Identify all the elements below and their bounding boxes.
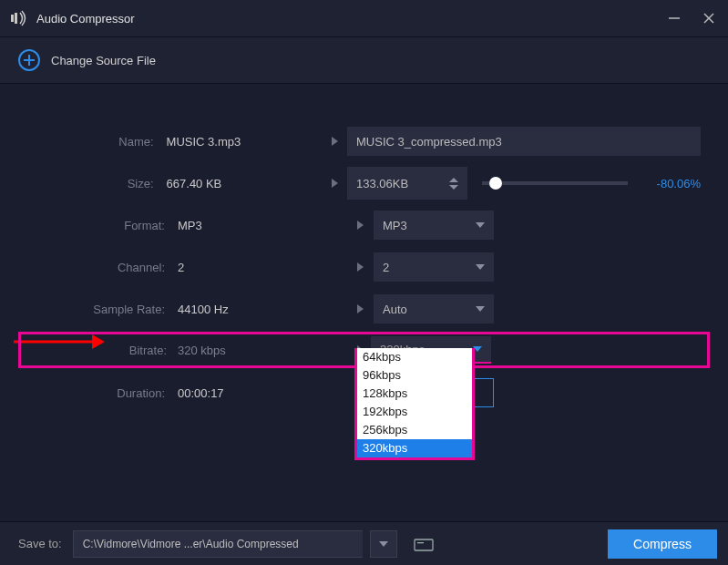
source-bar[interactable]: Change Source File bbox=[0, 36, 728, 84]
bitrate-option[interactable]: 128kbps bbox=[357, 385, 472, 403]
samplerate-dropdown[interactable]: Auto bbox=[374, 294, 494, 324]
chevron-right-icon bbox=[332, 179, 338, 188]
format-dropdown[interactable]: MP3 bbox=[374, 211, 494, 240]
samplerate-source: 44100 Hz bbox=[178, 303, 346, 316]
channel-dropdown[interactable]: 2 bbox=[374, 252, 494, 282]
chevron-down-icon bbox=[476, 306, 485, 312]
slider-thumb[interactable] bbox=[489, 177, 502, 190]
bitrate-source: 320 kbps bbox=[178, 344, 346, 357]
chevron-right-icon bbox=[357, 221, 364, 230]
duration-label: Duration: bbox=[18, 386, 178, 400]
samplerate-label: Sample Rate: bbox=[18, 303, 178, 316]
format-source: MP3 bbox=[178, 219, 346, 232]
chevron-right-icon bbox=[357, 262, 364, 272]
format-selected: MP3 bbox=[383, 219, 407, 232]
stepper-down-icon[interactable] bbox=[449, 185, 458, 190]
size-percent: -80.06% bbox=[644, 177, 701, 190]
compress-button[interactable]: Compress bbox=[608, 529, 717, 559]
name-label: Name: bbox=[18, 135, 167, 149]
format-label: Format: bbox=[18, 219, 178, 232]
chevron-down-icon bbox=[379, 541, 388, 547]
row-samplerate: Sample Rate: 44100 Hz Auto bbox=[18, 288, 710, 330]
window-controls bbox=[666, 10, 717, 26]
stepper-up-icon[interactable] bbox=[449, 178, 458, 182]
duration-value: 00:00:17 bbox=[178, 386, 346, 400]
chevron-right-icon bbox=[332, 137, 338, 146]
target-size-stepper[interactable]: 133.06KB bbox=[347, 167, 467, 200]
app-icon bbox=[9, 8, 29, 28]
samplerate-selected: Auto bbox=[383, 303, 407, 316]
save-path-box[interactable]: C:\Vidmore\Vidmore ...er\Audio Compresse… bbox=[73, 530, 363, 558]
channel-label: Channel: bbox=[18, 261, 178, 274]
titlebar: Audio Compressor bbox=[0, 0, 728, 36]
size-slider[interactable] bbox=[482, 181, 628, 185]
svg-rect-1 bbox=[15, 13, 17, 24]
bitrate-label: Bitrate: bbox=[21, 344, 178, 357]
output-name-input[interactable] bbox=[347, 127, 701, 156]
chevron-down-icon bbox=[476, 264, 485, 270]
svg-rect-0 bbox=[11, 15, 14, 22]
row-size: Size: 667.40 KB 133.06KB -80.06% bbox=[18, 162, 710, 204]
open-folder-button[interactable] bbox=[412, 535, 436, 553]
saveto-label: Save to: bbox=[18, 537, 62, 550]
bitrate-dropdown-menu[interactable]: 64kbps96kbps128kbps192kbps256kbps320kbps bbox=[354, 348, 475, 460]
save-path-text: C:\Vidmore\Vidmore ...er\Audio Compresse… bbox=[83, 538, 299, 550]
bitrate-option[interactable]: 96kbps bbox=[357, 366, 472, 385]
target-size-value: 133.06KB bbox=[356, 177, 408, 190]
size-source: 667.40 KB bbox=[167, 177, 323, 190]
chevron-down-icon bbox=[476, 222, 485, 228]
add-icon bbox=[18, 49, 40, 71]
svg-rect-6 bbox=[417, 542, 424, 543]
close-button[interactable] bbox=[701, 10, 717, 26]
save-path-dropdown[interactable] bbox=[370, 530, 397, 558]
window-title: Audio Compressor bbox=[36, 12, 666, 26]
size-label: Size: bbox=[18, 177, 167, 190]
change-source-label: Change Source File bbox=[51, 54, 156, 67]
settings-form: Name: MUSIC 3.mp3 Size: 667.40 KB 133.06… bbox=[0, 84, 728, 432]
chevron-right-icon bbox=[357, 304, 364, 313]
channel-source: 2 bbox=[178, 261, 346, 274]
bitrate-option[interactable]: 64kbps bbox=[357, 348, 472, 366]
bottom-bar: Save to: C:\Vidmore\Vidmore ...er\Audio … bbox=[0, 521, 728, 565]
channel-selected: 2 bbox=[383, 261, 389, 274]
bitrate-option[interactable]: 320kbps bbox=[357, 439, 472, 457]
name-source: MUSIC 3.mp3 bbox=[167, 135, 323, 149]
row-format: Format: MP3 MP3 bbox=[18, 204, 710, 246]
minimize-button[interactable] bbox=[666, 10, 682, 26]
bitrate-option[interactable]: 256kbps bbox=[357, 421, 472, 439]
svg-rect-5 bbox=[415, 539, 433, 550]
row-name: Name: MUSIC 3.mp3 bbox=[18, 120, 710, 162]
row-channel: Channel: 2 2 bbox=[18, 246, 710, 288]
bitrate-option[interactable]: 192kbps bbox=[357, 403, 472, 421]
